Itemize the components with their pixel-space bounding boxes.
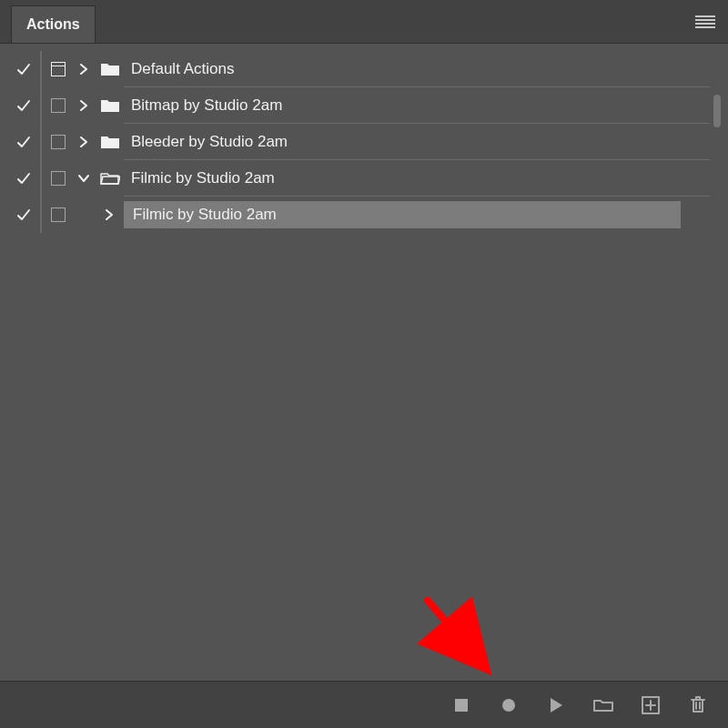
action-set-label: Bitmap by Studio 2am (131, 96, 282, 115)
label-wrap: Filmic by Studio 2am (124, 160, 728, 197)
action-list: Default Actions (0, 51, 728, 233)
modal-indicator[interactable] (46, 98, 71, 113)
divider (40, 51, 42, 87)
toggle-check[interactable] (11, 134, 36, 150)
action-set-row[interactable]: Default Actions (0, 51, 728, 87)
actions-panel: Actions (0, 0, 728, 728)
hamburger-icon (695, 15, 715, 28)
action-set-label: Default Actions (131, 60, 234, 78)
panel-menu-button[interactable] (695, 0, 728, 43)
disclosure-toggle[interactable] (71, 98, 96, 113)
modal-indicator[interactable] (46, 207, 71, 222)
divider (40, 87, 42, 124)
check-icon (15, 207, 32, 223)
panel-tab-bar: Actions (0, 0, 728, 44)
folder-icon (100, 61, 120, 77)
modal-indicator[interactable] (46, 62, 71, 76)
disclosure-toggle[interactable] (71, 135, 96, 149)
folder-indicator (96, 134, 124, 150)
folder-indicator (96, 61, 124, 77)
tab-group: Actions (0, 0, 96, 43)
new-set-button[interactable] (593, 695, 613, 715)
check-icon (15, 134, 32, 150)
folder-icon (593, 697, 613, 713)
toggle-check[interactable] (11, 207, 36, 223)
action-set-row[interactable]: Filmic by Studio 2am (0, 160, 728, 197)
label-wrap: Bleeder by Studio 2am (124, 124, 728, 160)
scrollbar-thumb[interactable] (713, 95, 721, 127)
chevron-right-icon (76, 98, 91, 113)
trash-icon (689, 695, 707, 715)
modal-indicator[interactable] (46, 171, 71, 186)
panel-content: Default Actions (0, 44, 728, 681)
play-button[interactable] (546, 695, 566, 715)
label-wrap: Bitmap by Studio 2am (124, 87, 728, 124)
folder-icon (100, 97, 120, 114)
svg-rect-3 (455, 699, 468, 712)
record-button[interactable] (499, 695, 519, 715)
disclosure-toggle[interactable] (71, 62, 96, 76)
chevron-right-icon (102, 207, 116, 222)
action-set-label: Filmic by Studio 2am (131, 169, 275, 187)
disclosure-toggle[interactable] (96, 207, 122, 222)
stop-button[interactable] (451, 695, 471, 715)
divider (40, 197, 42, 233)
toggle-check[interactable] (11, 97, 36, 114)
toggle-check[interactable] (11, 61, 36, 77)
folder-open-icon (100, 170, 120, 187)
stop-icon (454, 698, 469, 713)
svg-point-4 (502, 699, 515, 712)
dialog-icon (51, 62, 66, 76)
check-icon (15, 97, 32, 114)
folder-icon (100, 134, 120, 150)
tab-label: Actions (26, 16, 80, 33)
new-action-button[interactable] (641, 695, 661, 715)
delete-button[interactable] (688, 695, 708, 715)
chevron-down-icon (76, 171, 91, 186)
check-icon (15, 170, 32, 187)
empty-box-icon (51, 135, 66, 149)
modal-indicator[interactable] (46, 135, 71, 149)
check-icon (15, 61, 32, 77)
scrollbar[interactable] (710, 87, 724, 635)
divider (40, 124, 42, 160)
action-set-label: Bleeder by Studio 2am (131, 133, 288, 151)
action-set-row[interactable]: Bitmap by Studio 2am (0, 87, 728, 124)
disclosure-toggle[interactable] (71, 171, 96, 186)
toggle-check[interactable] (11, 170, 36, 187)
panel-footer (0, 681, 728, 728)
empty-box-icon (51, 171, 66, 186)
action-label: Filmic by Studio 2am (133, 206, 277, 224)
label-wrap: Default Actions (124, 51, 728, 87)
divider (40, 160, 42, 197)
action-set-row[interactable]: Bleeder by Studio 2am (0, 124, 728, 160)
folder-indicator (96, 97, 124, 114)
actions-tab[interactable]: Actions (11, 5, 96, 43)
record-icon (500, 697, 517, 713)
play-icon (548, 697, 564, 713)
chevron-right-icon (76, 135, 91, 149)
empty-box-icon (51, 207, 66, 222)
chevron-right-icon (76, 62, 91, 76)
action-row[interactable]: Filmic by Studio 2am (0, 197, 728, 233)
empty-box-icon (51, 98, 66, 113)
folder-indicator (96, 170, 124, 187)
new-icon (642, 696, 660, 714)
selected-action[interactable]: Filmic by Studio 2am (124, 201, 681, 228)
